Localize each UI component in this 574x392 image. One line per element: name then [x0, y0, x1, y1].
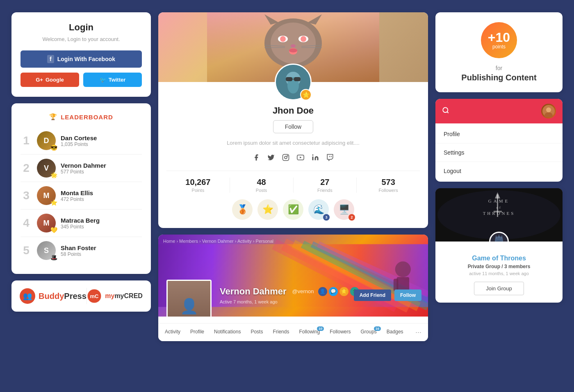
avatar-badge: ⭐ — [50, 199, 57, 206]
nav-groups[interactable]: Groups 16 — [361, 329, 377, 335]
svg-point-12 — [291, 44, 296, 48]
profile-dropdown-card: Profile Settings Logout — [435, 99, 563, 182]
svg-marker-28 — [300, 156, 301, 158]
svg-rect-22 — [286, 77, 292, 81]
svg-text:THRONES: THRONES — [483, 211, 515, 216]
nav-more-dots[interactable]: ··· — [415, 328, 421, 337]
points-label: Points — [171, 188, 226, 193]
login-facebook-button[interactable]: f Login With Facebook — [20, 50, 142, 68]
svg-text:of: of — [496, 205, 502, 210]
search-icon[interactable] — [442, 107, 449, 116]
user-avatar — [541, 104, 556, 119]
user-points: 472 Points — [61, 196, 142, 202]
login-subtitle: Welcome, Login to your account. — [20, 36, 142, 42]
profile-body: Jhon Doe Follow Lorem ipsum dolor sit am… — [158, 100, 428, 228]
profile-name: Jhon Doe — [166, 105, 420, 116]
svg-text:GAME: GAME — [488, 198, 510, 203]
svg-point-11 — [301, 36, 306, 42]
leaderboard-item-3[interactable]: 3 M ⭐ Monta Ellis 472 Points — [20, 182, 142, 210]
leaderboard-user-info: Shan Foster 58 Points — [61, 244, 142, 257]
user-name: Dan Cortese — [61, 134, 142, 141]
user-points: 345 Points — [61, 224, 142, 230]
badge-3: ✅ — [283, 199, 303, 220]
avatar: M ⭐ — [37, 186, 56, 205]
mycred-icon: mC — [87, 289, 102, 303]
dropdown-profile-item[interactable]: Profile — [435, 125, 563, 144]
join-group-button[interactable]: Join Group — [474, 282, 524, 295]
user-name: Vernon Dahmer — [61, 162, 142, 169]
user-points: 1,035 Points — [61, 141, 142, 147]
got-group-name: Game of Thrones — [442, 255, 556, 262]
leaderboard-user-info: Matraca Berg 345 Points — [61, 217, 142, 230]
banner-badges: 👤 💬 ⭐ 💲 — [318, 287, 359, 296]
nav-badges[interactable]: Badges — [387, 329, 403, 335]
google-icon: G+ — [36, 77, 43, 83]
points-circle: +10 points — [481, 22, 517, 58]
friends-value: 27 — [298, 178, 353, 187]
banner-badge-star: ⭐ — [339, 287, 348, 296]
nav-profile[interactable]: Profile — [190, 329, 204, 335]
twitter-bird-icon: 🐦 — [100, 77, 106, 83]
add-friend-button[interactable]: Add Friend — [354, 289, 391, 301]
dropdown-settings-item[interactable]: Settings — [435, 144, 563, 162]
nav-friends[interactable]: Friends — [273, 329, 289, 335]
login-google-button[interactable]: G+ Google — [20, 73, 79, 87]
banner-badge-fb: 👤 — [318, 287, 327, 296]
twitch-link-icon[interactable] — [326, 154, 334, 163]
svg-point-14 — [289, 48, 297, 52]
points-value: 10,267 — [171, 178, 226, 187]
leaderboard-item-5[interactable]: 5 S 🎩 Shan Foster 58 Points — [20, 237, 142, 264]
followers-label: Followers — [361, 188, 416, 193]
user-points: 577 Points — [61, 169, 142, 175]
leaderboard-card: 🏆 LEADERBOARD 1 D 😎 Dan Cortese 1,035 Po… — [11, 103, 151, 274]
banner-follow-button[interactable]: Follow — [394, 289, 421, 301]
leaderboard-user-info: Dan Cortese 1,035 Points — [61, 134, 142, 147]
facebook-link-icon[interactable] — [253, 154, 260, 163]
linkedin-link-icon[interactable] — [312, 154, 319, 163]
avatar: S 🎩 — [37, 241, 56, 260]
banner-user-info: Vernon Dahmer @vernon 👤 💬 ⭐ 💲 — [220, 286, 359, 297]
banner-badge-tw: 💬 — [329, 287, 338, 296]
facebook-icon: f — [47, 55, 54, 63]
user-name: Shan Foster — [61, 244, 142, 251]
avatar-badge: 😎 — [50, 144, 57, 151]
nav-notifications[interactable]: Notifications — [214, 329, 241, 335]
instagram-link-icon[interactable] — [282, 154, 289, 163]
leaderboard-item-2[interactable]: 2 V 🌟 Vernon Dahmer 577 Points — [20, 155, 142, 182]
buddypress-card: 👥 BuddyPress mC mymyCRED — [11, 280, 151, 312]
nav-posts[interactable]: Posts — [251, 329, 263, 335]
stat-followers: 573 Followers — [357, 178, 420, 193]
svg-rect-23 — [294, 77, 301, 81]
nav-followers[interactable]: Followers — [330, 329, 351, 335]
posts-value: 48 — [234, 178, 289, 187]
badge-count: 3 — [323, 214, 330, 221]
trophy-icon: 🏆 — [49, 113, 57, 121]
dropdown-logout-item[interactable]: Logout — [435, 162, 563, 180]
leaderboard-item-4[interactable]: 4 M 💛 Matraca Berg 345 Points — [20, 210, 142, 237]
activity-banner: Home › Members › Vernon Dahmer › Activit… — [158, 235, 428, 341]
middle-column: ⭐ Jhon Doe Follow Lorem ipsum dolor sit … — [158, 12, 428, 380]
profile-stats: 10,267 Points 48 Posts 27 Friends 573 Fo… — [166, 171, 420, 193]
nav-activity[interactable]: Activity — [165, 329, 180, 335]
badge-5: 🖥️ 2 — [334, 199, 354, 220]
got-card: GAME of THRONES — [435, 188, 563, 303]
leaderboard-user-info: Vernon Dahmer 577 Points — [61, 162, 142, 175]
nav-following[interactable]: Following 10 — [299, 329, 320, 335]
leaderboard-user-info: Monta Ellis 472 Points — [61, 189, 142, 202]
follow-button[interactable]: Follow — [273, 120, 313, 133]
twitter-link-icon[interactable] — [267, 154, 275, 163]
login-twitter-button[interactable]: 🐦 Twitter — [83, 73, 142, 87]
avatar: V 🌟 — [37, 159, 56, 178]
svg-point-26 — [285, 156, 287, 159]
banner-avatar-area: 👤 ⭐ — [166, 280, 212, 317]
followers-value: 573 — [361, 178, 416, 187]
social-login-row: G+ Google 🐦 Twitter — [20, 73, 142, 87]
avatar-badge: 💛 — [50, 227, 57, 233]
leaderboard-item-1[interactable]: 1 D 😎 Dan Cortese 1,035 Points — [20, 127, 142, 155]
points-label-text: points — [492, 44, 506, 50]
rank-number: 3 — [20, 189, 32, 202]
rank-number: 1 — [20, 134, 32, 147]
avatar: M 💛 — [37, 214, 56, 232]
youtube-link-icon[interactable] — [297, 154, 304, 163]
rank-number: 4 — [20, 217, 32, 230]
